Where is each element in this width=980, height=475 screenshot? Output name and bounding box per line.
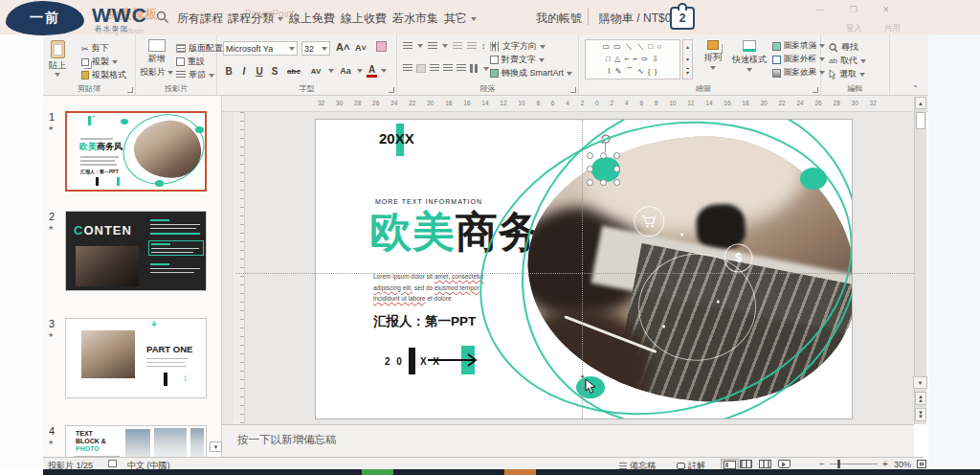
reset-button[interactable]: 重設 (176, 56, 205, 68)
zoom-level[interactable]: 30% (894, 460, 911, 469)
scroll-up-icon[interactable]: ▴ (686, 43, 689, 50)
convert-smartart-button[interactable]: 轉換成 SmartArt (490, 67, 572, 79)
underline-button[interactable]: U (254, 66, 265, 77)
align-right-icon[interactable] (430, 64, 439, 73)
line-spacing-icon[interactable]: ↕ (481, 41, 486, 51)
text-shadow-button[interactable]: S (269, 66, 280, 77)
selected-shape[interactable] (587, 131, 627, 194)
notes-placeholder[interactable]: 按一下以新增備忘稿 (237, 433, 337, 447)
slide-editor[interactable]: 20XX MORE TEXT INFORMATION 欧美商务风 Lorem i… (316, 120, 852, 418)
site-logo-badge[interactable]: 一前 (6, 1, 84, 35)
bullets-icon[interactable] (403, 42, 412, 51)
align-text-button[interactable]: 對齊文字 (490, 54, 545, 66)
font-name-combo[interactable]: Microsoft Ya (223, 41, 298, 56)
scroll-down-button[interactable]: ▼ (913, 376, 927, 389)
copy-button[interactable]: 複製 (81, 56, 118, 68)
fit-to-window-button[interactable] (917, 460, 926, 468)
gallery-more-icon[interactable]: ▾ (686, 68, 689, 76)
previous-slide-button[interactable]: ▲▲ (915, 392, 926, 405)
shapes-row[interactable]: □ △ ⌐ ⌐ ⇨ ⇩ (586, 53, 679, 65)
animation-star-icon[interactable]: ★ (48, 331, 54, 339)
columns-icon[interactable] (470, 64, 479, 73)
shapes-gallery[interactable]: ▭ ▭ ＼ ＼ □ ○ □ △ ⌐ ⌐ ⇨ ⇩ ⌇ ✎ ⌒ ∿ { } (585, 39, 680, 79)
nav-course-categories[interactable]: 課程分類 (228, 11, 283, 27)
align-left-icon[interactable] (403, 64, 412, 73)
nav-online-paid[interactable]: 線上收費 (341, 11, 387, 27)
zoom-in-button[interactable]: + (882, 459, 888, 469)
strikethrough-button[interactable]: abc (284, 67, 303, 76)
select-button[interactable]: 選取 (829, 68, 865, 80)
shape-effects-button[interactable]: 圖案效果 (772, 67, 825, 79)
numbering-icon[interactable] (428, 42, 437, 51)
font-color-button[interactable]: A (367, 64, 377, 78)
shapes-row[interactable]: ▭ ▭ ＼ ＼ □ ○ (586, 40, 679, 53)
video-progress-bar[interactable] (43, 469, 980, 475)
dialog-launcher-icon[interactable] (570, 87, 576, 93)
format-painter-button[interactable]: 複製格式 (81, 69, 126, 81)
slide-thumbnail-3[interactable]: + PART ONE ↕ (65, 318, 207, 398)
section-button[interactable]: 章節 (176, 69, 214, 81)
shape-outline-button[interactable]: 圖案外框 (772, 54, 825, 65)
selection-handle[interactable] (600, 179, 607, 186)
shapes-row[interactable]: ⌇ ✎ ⌒ ∿ { } (586, 65, 679, 78)
text-direction-button[interactable]: 文字方向 (490, 40, 546, 53)
new-slide-button[interactable]: 新增 投影片 (140, 39, 173, 79)
decor-teal-circle[interactable] (800, 168, 827, 190)
clear-formatting-icon[interactable] (376, 41, 387, 52)
change-case-button[interactable]: Aa (338, 66, 353, 76)
zoom-slider-thumb[interactable] (837, 460, 840, 468)
paste-button[interactable]: 貼上 (49, 40, 66, 77)
scroll-up-button[interactable]: ▲ (915, 97, 926, 109)
animation-star-icon[interactable]: ★ (48, 439, 54, 446)
arrange-button[interactable]: 排列 (700, 40, 726, 70)
notes-page-icon[interactable] (108, 460, 117, 467)
slide-thumbnail-4[interactable]: TEXT BLOCK & PHOTO (65, 425, 207, 457)
nav-my-account[interactable]: 我的帳號 (536, 11, 582, 27)
replace-button[interactable]: ab取代 (829, 55, 866, 67)
animation-star-icon[interactable]: ★ (48, 224, 54, 232)
zoom-out-button[interactable]: − (819, 459, 825, 469)
slide-kicker[interactable]: MORE TEXT INFORMATION (375, 198, 482, 205)
animation-star-icon[interactable]: ★ (48, 124, 54, 132)
dialog-launcher-icon[interactable] (813, 87, 818, 93)
collapse-ribbon-icon[interactable]: ⌃ (912, 84, 919, 93)
arrow-right-icon[interactable] (426, 353, 483, 371)
nav-cart[interactable]: 購物車 / NT$0 (599, 11, 671, 27)
character-spacing-button[interactable]: AV (307, 67, 324, 76)
nav-all-courses[interactable]: 所有課程 (177, 11, 223, 27)
slide-year-top[interactable]: 20XX (379, 130, 414, 147)
selection-handle[interactable] (587, 179, 593, 186)
slide-presenter[interactable]: 汇报人：第一PPT (373, 313, 476, 330)
grow-font-button[interactable]: A˄ (336, 41, 349, 53)
shapes-gallery-scroll[interactable]: ▴▾▾ (682, 39, 693, 79)
selection-handle[interactable] (613, 166, 620, 172)
justify-icon[interactable] (443, 64, 453, 73)
increase-indent-icon[interactable] (467, 42, 477, 51)
bold-button[interactable]: B (223, 66, 234, 77)
slide-thumbnail-2[interactable]: CONTEN (65, 211, 207, 291)
font-size-combo[interactable]: 32 (301, 41, 330, 56)
next-slide-button[interactable]: ▼▼ (915, 408, 926, 421)
thumbnail-scroll-down-button[interactable]: ▼ (210, 441, 222, 452)
vertical-scrollbar[interactable]: ▲ ▼ ▲▲ ▼▼ (914, 97, 926, 424)
shape-fill-button[interactable]: 圖案填滿 (772, 40, 825, 52)
distribute-icon[interactable] (457, 64, 466, 73)
find-button[interactable]: 尋找 (829, 41, 858, 54)
cut-button[interactable]: ✂剪下 (81, 42, 109, 55)
slide-thumbnail-1[interactable]: + 欧美商务风 汇报人：第一PPT (65, 111, 207, 192)
nav-online-free[interactable]: 線上免費 (289, 11, 335, 27)
scroll-down-icon[interactable]: ▾ (686, 56, 689, 62)
dialog-launcher-icon[interactable] (127, 87, 133, 93)
dialog-launcher-icon[interactable] (389, 87, 394, 93)
nav-other[interactable]: 其它 (444, 11, 477, 27)
selection-handle[interactable] (587, 152, 593, 159)
scrollbar-thumb[interactable] (916, 112, 925, 129)
nav-marketplace[interactable]: 若水市集 (392, 11, 438, 27)
quick-styles-button[interactable]: 快速樣式 (730, 40, 768, 72)
selection-handle[interactable] (613, 152, 620, 159)
shrink-font-button[interactable]: A˅ (355, 43, 367, 53)
italic-button[interactable]: I (238, 66, 250, 77)
search-icon[interactable] (156, 11, 169, 28)
decrease-indent-icon[interactable] (453, 42, 462, 51)
selection-handle[interactable] (587, 166, 593, 172)
